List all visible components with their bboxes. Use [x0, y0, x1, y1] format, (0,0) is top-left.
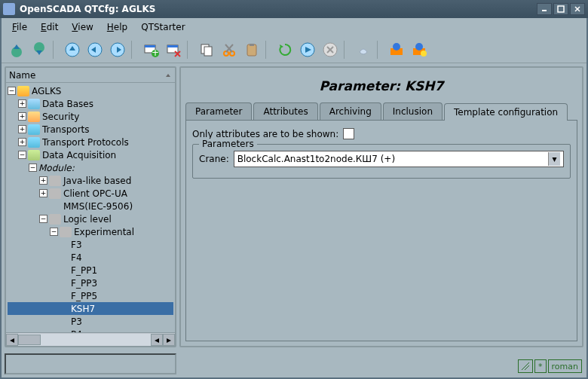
tree-item-logic-level: −Logic level — [8, 212, 173, 225]
svg-rect-18 — [204, 47, 212, 56]
back-icon[interactable] — [84, 39, 106, 60]
tree-header-label: Name — [9, 70, 164, 81]
tree-item-security: +Security — [8, 110, 173, 123]
copy-icon[interactable] — [196, 39, 217, 60]
tab-attributes[interactable]: Attributes — [253, 102, 317, 120]
refresh-icon[interactable] — [274, 39, 296, 60]
cut-icon[interactable] — [219, 39, 240, 60]
titlebar: OpenSCADA QTCfg: AGLKS — [0, 0, 588, 18]
tree-item-ksh7: KSH7 — [8, 302, 173, 315]
chevron-down-icon[interactable]: ▾ — [548, 152, 560, 166]
bottom-area: * roman — [2, 350, 586, 377]
svg-point-30 — [393, 43, 400, 50]
crane-combobox[interactable]: BlockCalc.Anast1to2node.КШ7 (+) ▾ — [234, 151, 564, 167]
menu-file[interactable]: File — [6, 20, 33, 34]
tree-root: −AGLKS — [8, 84, 173, 97]
content-panel: Parameter: KSH7 Parameter Attributes Arc… — [179, 66, 583, 347]
tabs: Parameter Attributes Archiving Inclusion… — [185, 102, 577, 121]
scroll-right-icon[interactable]: ◂ — [151, 334, 163, 346]
tree-item-experimental: −Experimental — [8, 225, 173, 238]
up-icon[interactable] — [62, 39, 83, 60]
maximize-button[interactable] — [553, 3, 568, 15]
only-attributes-label: Only attributes are to be shown: — [192, 129, 338, 139]
status-user[interactable]: roman — [548, 359, 582, 373]
tab-archiving[interactable]: Archiving — [320, 102, 381, 120]
cleanup-icon[interactable] — [353, 39, 374, 60]
window-title: OpenSCADA QTCfg: AGLKS — [20, 4, 535, 14]
tree-item-f4: F4 — [8, 251, 173, 264]
tree-item-transport-protocols: +Transport Protocols — [8, 136, 173, 148]
page-title: Parameter: KSH7 — [185, 72, 577, 102]
tab-content: Only attributes are to be shown: Paramet… — [185, 121, 577, 341]
tree[interactable]: −AGLKS +Data Bases +Security +Transports… — [6, 83, 175, 332]
parameters-legend: Parameters — [199, 139, 257, 149]
paste-icon[interactable] — [241, 39, 262, 60]
minimize-button[interactable] — [537, 3, 552, 15]
menu-view[interactable]: View — [66, 20, 99, 34]
forward-icon[interactable] — [107, 39, 128, 60]
svg-rect-14 — [167, 45, 178, 47]
svg-rect-24 — [250, 44, 254, 46]
config-icon[interactable] — [386, 39, 407, 60]
tree-item-databases: +Data Bases — [8, 97, 173, 110]
load-icon[interactable] — [6, 39, 27, 60]
menu-qtstarter[interactable]: QTStarter — [135, 20, 191, 34]
menu-help[interactable]: Help — [101, 20, 133, 34]
tree-item-module: −Module: — [8, 161, 173, 174]
tree-item-mms: MMS(IEC-9506) — [8, 200, 173, 212]
tab-template-configuration[interactable]: Template configuration — [444, 103, 568, 121]
tree-item-f3: F3 — [8, 238, 173, 251]
parameters-fieldset: Parameters Crane: BlockCalc.Anast1to2nod… — [192, 144, 571, 179]
sort-indicator-icon — [164, 72, 172, 79]
scroll-right2-icon[interactable]: ▸ — [163, 334, 175, 346]
status-indicator: * — [534, 359, 547, 373]
delete-item-icon[interactable] — [163, 39, 184, 60]
app-icon — [3, 3, 15, 15]
tab-parameter[interactable]: Parameter — [185, 102, 252, 120]
menu-edit[interactable]: Edit — [35, 20, 64, 34]
tree-item-fpp3: F_PP3 — [8, 277, 173, 289]
tree-item-p3: P3 — [8, 315, 173, 328]
svg-rect-1 — [558, 6, 564, 12]
svg-point-32 — [415, 43, 423, 50]
tree-item-data-acquisition: −Data Acquisition — [8, 148, 173, 161]
status-resize[interactable] — [518, 359, 533, 373]
crane-label: Crane: — [199, 154, 229, 164]
save-icon[interactable] — [29, 39, 50, 60]
svg-text:+: + — [152, 47, 159, 58]
only-attributes-checkbox[interactable] — [343, 128, 354, 139]
scroll-left-icon[interactable]: ◂ — [6, 334, 18, 346]
tree-header[interactable]: Name — [6, 68, 175, 83]
message-area — [5, 353, 176, 374]
stop-icon[interactable] — [320, 39, 341, 60]
add-item-icon[interactable]: + — [140, 39, 161, 60]
config2-icon[interactable] — [409, 39, 430, 60]
tree-panel: Name −AGLKS +Data Bases +Security +Trans… — [5, 66, 176, 347]
svg-point-33 — [421, 50, 427, 57]
horizontal-scrollbar[interactable]: ◂ ◂ ▸ — [6, 332, 175, 346]
toolbar: + — [2, 36, 586, 63]
tab-inclusion[interactable]: Inclusion — [383, 102, 443, 120]
tree-item-transports: +Transports — [8, 123, 173, 136]
svg-rect-23 — [247, 44, 256, 56]
close-button[interactable] — [570, 3, 585, 15]
run-icon[interactable] — [297, 39, 318, 60]
tree-item-fpp5: F_PP5 — [8, 289, 173, 302]
menubar: File Edit View Help QTStarter — [2, 18, 586, 36]
tree-item-client-opc-ua: +Client OPC-UA — [8, 187, 173, 200]
tree-item-p4: P4 — [8, 328, 173, 332]
tree-item-java-like: +Java-like based — [8, 174, 173, 187]
tree-item-fpp1: F_PP1 — [8, 264, 173, 277]
crane-value: BlockCalc.Anast1to2node.КШ7 (+) — [237, 154, 548, 164]
